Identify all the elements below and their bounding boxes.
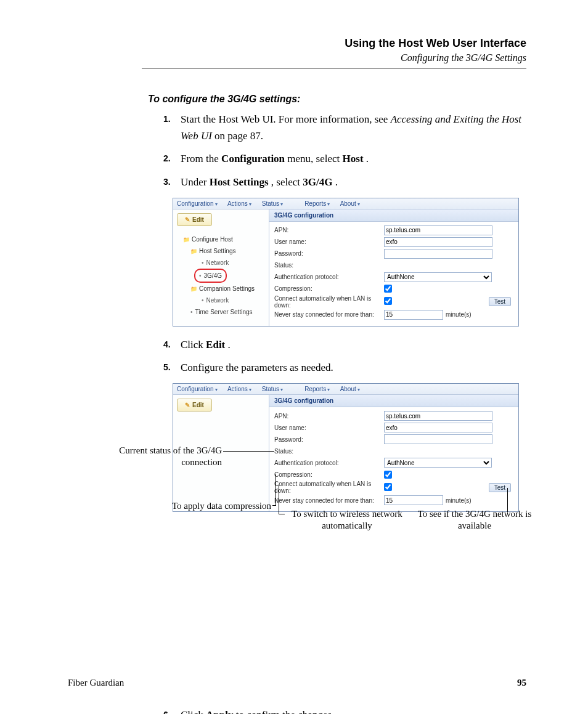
- menu-reports[interactable]: Reports: [304, 200, 330, 207]
- nav-panel: Edit Configure Host Host Settings Networ…: [173, 209, 269, 326]
- callout-test: To see if the 3G/4G network is available: [413, 508, 536, 532]
- leader-line: [276, 474, 276, 506]
- edit-button[interactable]: Edit: [177, 213, 212, 226]
- step-3: 3. Under Host Settings , select 3G/4G .: [163, 174, 526, 190]
- step-text: to confirm the changes.: [236, 709, 335, 714]
- procedure-heading: To configure the 3G/4G settings:: [148, 94, 526, 105]
- tree-configure-host[interactable]: Configure Host: [177, 233, 266, 245]
- panel-title: 3G/4G configuration: [269, 209, 518, 222]
- menu-configuration[interactable]: Configuration: [177, 200, 218, 207]
- compression-checkbox[interactable]: [384, 285, 392, 293]
- figure-2: Configuration Actions Status Reports Abo…: [68, 383, 526, 682]
- footer-page-number: 95: [517, 678, 526, 688]
- tree-3g4g-highlighted[interactable]: 3G/4G: [194, 269, 227, 283]
- menu-reports[interactable]: Reports: [304, 386, 330, 392]
- step-text: Start the Host Web UI. For more informat…: [181, 113, 391, 125]
- tree-network[interactable]: Network: [177, 294, 266, 306]
- step-number: 6.: [163, 708, 171, 714]
- compression-label: Compression:: [274, 285, 384, 292]
- ui-ref: Apply: [206, 709, 233, 714]
- step-number: 5.: [163, 360, 171, 374]
- steps-list: 1. Start the Host Web UI. For more infor…: [163, 111, 526, 190]
- auth-label: Authentication protocol:: [274, 274, 384, 280]
- content-panel: 3G/4G configuration APN: User name: Pass…: [269, 395, 518, 511]
- status-label: Status:: [274, 262, 384, 269]
- auto-connect-checkbox[interactable]: [384, 483, 392, 491]
- steps-list-final: 6. Click Apply to confirm the changes.: [163, 707, 526, 714]
- step-text: Click: [181, 339, 206, 351]
- menu-status[interactable]: Status: [262, 200, 284, 207]
- ui-ref: Host Settings: [210, 176, 269, 188]
- step-text: .: [335, 176, 338, 188]
- step-text: , select: [271, 176, 303, 188]
- menu-about[interactable]: About: [340, 386, 360, 392]
- step-text: From the: [181, 153, 221, 164]
- menu-configuration[interactable]: Configuration: [177, 386, 218, 392]
- menu-actions[interactable]: Actions: [227, 386, 251, 392]
- password-input[interactable]: [384, 434, 492, 444]
- never-stay-label: Never stay connected for more than:: [274, 311, 384, 318]
- menu-about[interactable]: About: [340, 200, 360, 207]
- minutes-unit: minute(s): [446, 311, 472, 318]
- compression-checkbox[interactable]: [384, 471, 392, 479]
- auto-connect-label: Connect automatically when LAN is down:: [274, 481, 384, 494]
- leader-line: [279, 514, 285, 514]
- never-stay-input[interactable]: [384, 495, 443, 505]
- auth-label: Authentication protocol:: [274, 460, 384, 466]
- step-number: 2.: [163, 152, 171, 165]
- steps-list-cont: 4. Click Edit . 5. Configure the paramet…: [163, 336, 526, 376]
- step-text: .: [228, 339, 231, 351]
- menu-status[interactable]: Status: [262, 386, 284, 392]
- password-label: Password:: [274, 436, 384, 443]
- tree-host-settings[interactable]: Host Settings: [177, 245, 266, 257]
- footer-product: Fiber Guardian: [68, 678, 124, 688]
- step-4: 4. Click Edit .: [163, 336, 526, 353]
- auto-connect-label: Connect automatically when LAN is down:: [274, 295, 384, 309]
- leader-line: [507, 488, 508, 513]
- ui-ref: Configuration: [221, 153, 285, 164]
- username-input[interactable]: [384, 237, 492, 247]
- step-text: on page 87.: [214, 130, 263, 142]
- minutes-unit: minute(s): [446, 497, 472, 504]
- apn-label: APN:: [274, 413, 384, 420]
- callout-compression: To apply data compression: [123, 500, 271, 512]
- page: Using the Host Web User Interface Config…: [0, 0, 588, 714]
- step-text: Configure the parameters as needed.: [181, 362, 333, 373]
- page-header: Using the Host Web User Interface Config…: [142, 37, 526, 69]
- edit-button[interactable]: Edit: [177, 399, 212, 412]
- step-number: 1.: [163, 112, 171, 126]
- username-input[interactable]: [384, 423, 492, 432]
- ui-ref: 3G/4G: [303, 176, 332, 188]
- auth-select[interactable]: AuthNone: [384, 458, 492, 468]
- section-subtitle: Configuring the 3G/4G Settings: [142, 52, 526, 63]
- username-label: User name:: [274, 424, 384, 431]
- auto-connect-checkbox[interactable]: [384, 297, 392, 305]
- ui-screenshot-2: Configuration Actions Status Reports Abo…: [173, 383, 519, 512]
- step-2: 2. From the Configuration menu, select H…: [163, 150, 526, 167]
- apn-input[interactable]: [384, 225, 492, 235]
- menu-bar: Configuration Actions Status Reports Abo…: [173, 198, 518, 209]
- step-6: 6. Click Apply to confirm the changes.: [163, 707, 526, 714]
- leader-line: [279, 485, 279, 514]
- tree-companion-settings[interactable]: Companion Settings: [177, 283, 266, 294]
- ui-ref: Host: [343, 153, 364, 164]
- auth-select[interactable]: AuthNone: [384, 272, 492, 282]
- status-label: Status:: [274, 448, 384, 455]
- username-label: User name:: [274, 238, 384, 245]
- menu-actions[interactable]: Actions: [227, 200, 251, 207]
- tree-time-server[interactable]: Time Server Settings: [177, 306, 266, 318]
- tree-network[interactable]: Network: [177, 257, 266, 269]
- apn-input[interactable]: [384, 411, 492, 421]
- page-footer: Fiber Guardian 95: [68, 678, 526, 688]
- test-button[interactable]: Test: [489, 297, 511, 306]
- step-number: 3.: [163, 175, 171, 189]
- never-stay-label: Never stay connected for more than:: [274, 497, 384, 504]
- step-5: 5. Configure the parameters as needed.: [163, 359, 526, 376]
- ui-ref: Edit: [206, 339, 225, 351]
- password-input[interactable]: [384, 249, 492, 259]
- never-stay-input[interactable]: [384, 310, 443, 320]
- leader-line: [223, 451, 274, 452]
- step-text: Under: [181, 176, 210, 188]
- panel-title: 3G/4G configuration: [269, 395, 518, 407]
- apn-label: APN:: [274, 227, 384, 233]
